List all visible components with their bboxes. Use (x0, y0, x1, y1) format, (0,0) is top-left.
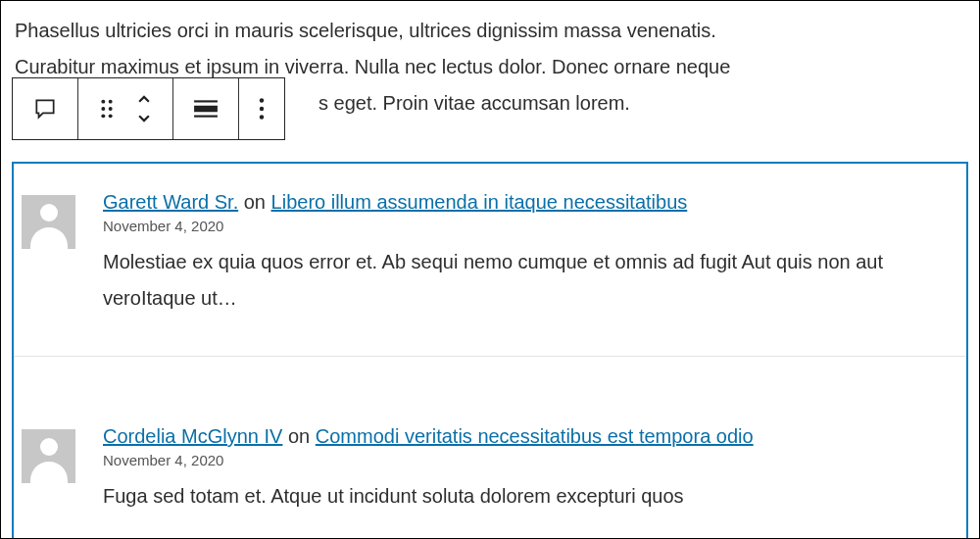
comment-author-link[interactable]: Garett Ward Sr. (103, 191, 238, 213)
comment-bubble-icon (32, 96, 58, 122)
comment-post-link[interactable]: Libero illum assumenda in itaque necessi… (271, 191, 688, 213)
paragraph-line: Phasellus ultricies orci in mauris scele… (15, 20, 716, 41)
more-options-button[interactable] (239, 78, 284, 139)
drag-handle-icon (98, 98, 116, 120)
comment-date: November 4, 2020 (103, 452, 949, 468)
svg-point-4 (101, 114, 105, 118)
comment-item: Garett Ward Sr. on Libero illum assumend… (14, 164, 966, 357)
comment-excerpt: Molestiae ex quia quos error et. Ab sequ… (103, 244, 949, 317)
svg-point-3 (109, 107, 113, 111)
align-button[interactable] (173, 78, 239, 139)
drag-handle[interactable] (78, 78, 125, 139)
move-up-down-icon (135, 92, 153, 125)
comment-excerpt: Fuga sed totam et. Atque ut incidunt sol… (103, 478, 949, 514)
svg-point-11 (260, 115, 264, 119)
paragraph-line: Curabitur maximus et ipsum in viverra. N… (15, 56, 730, 77)
block-type-button[interactable] (13, 78, 78, 139)
comment-post-link[interactable]: Commodi veritatis necessitatibus est tem… (316, 425, 754, 447)
comment-item: Cordelia McGlynn IV on Commodi veritatis… (14, 357, 966, 538)
svg-point-2 (101, 107, 105, 111)
svg-point-10 (260, 107, 264, 111)
svg-point-0 (101, 100, 105, 104)
more-options-icon (259, 98, 265, 120)
meta-connector: on (288, 425, 316, 447)
svg-rect-8 (194, 116, 218, 118)
comment-body: Cordelia McGlynn IV on Commodi veritatis… (103, 425, 949, 514)
paragraph-line-tail: s eget. Proin vitae accumsan lorem. (318, 92, 630, 114)
move-up-down[interactable] (125, 78, 173, 139)
svg-rect-7 (194, 106, 218, 113)
comment-meta: Cordelia McGlynn IV on Commodi veritatis… (103, 425, 949, 448)
latest-comments-block[interactable]: Garett Ward Sr. on Libero illum assumend… (12, 162, 968, 538)
svg-point-1 (109, 100, 113, 104)
align-wide-icon (193, 99, 219, 119)
svg-point-5 (109, 114, 113, 118)
svg-point-9 (260, 98, 264, 102)
avatar (22, 195, 75, 249)
comment-meta: Garett Ward Sr. on Libero illum assumend… (103, 191, 949, 214)
block-toolbar (12, 77, 285, 140)
comment-author-link[interactable]: Cordelia McGlynn IV (103, 425, 282, 447)
comment-date: November 4, 2020 (103, 218, 949, 234)
comment-body: Garett Ward Sr. on Libero illum assumend… (103, 191, 949, 317)
avatar (22, 429, 75, 483)
svg-rect-6 (194, 100, 218, 102)
editor-canvas: Phasellus ultricies orci in mauris scele… (0, 0, 980, 539)
meta-connector: on (244, 191, 271, 213)
